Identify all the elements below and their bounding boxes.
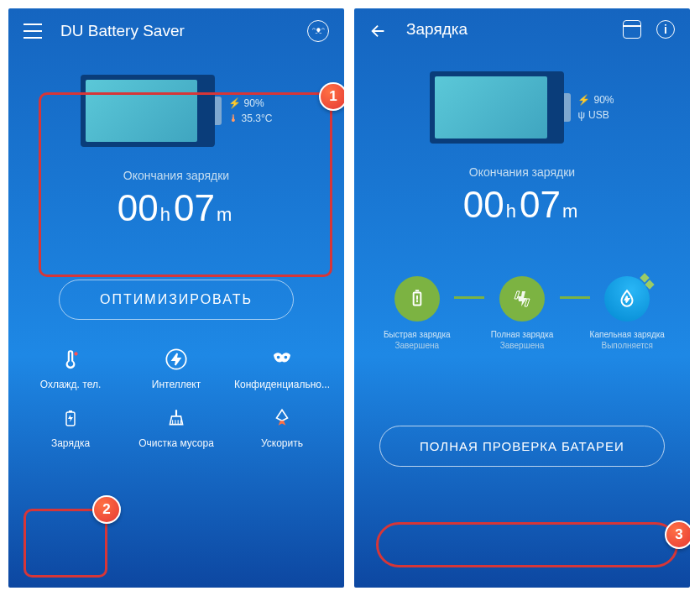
broom-icon [164, 405, 189, 431]
svg-point-0 [74, 352, 77, 355]
back-icon[interactable] [369, 22, 388, 37]
info-icon[interactable]: i [656, 20, 675, 39]
bolt-circle-icon [164, 347, 189, 372]
grid-charging[interactable]: Зарядка [20, 400, 121, 454]
bolt-icon: ⚡ [577, 94, 590, 106]
calendar-icon[interactable] [623, 20, 641, 39]
badge-3: 3 [665, 520, 690, 549]
grid-cooling[interactable]: Охлажд. тел. [20, 342, 121, 395]
topbar-home: DU Battery Saver ᵔᴥᵔ [8, 8, 344, 54]
grid-privacy[interactable]: Конфиденциально... [232, 342, 332, 395]
grid-cleanup[interactable]: Очистка мусора [126, 400, 227, 454]
screen-home: DU Battery Saver ᵔᴥᵔ ⚡90% 🌡35.3°C Оконча… [8, 8, 344, 588]
battery-icon-2 [430, 71, 564, 144]
charging-icon [58, 405, 83, 431]
fast-charge-icon [394, 276, 440, 322]
feature-grid: Охлажд. тел. Интеллект Конфиденциально..… [8, 320, 344, 454]
battery-summary[interactable]: ⚡90% 🌡35.3°C Окончания зарядки 00h07m [8, 75, 344, 229]
screen-title: Зарядка [406, 20, 623, 39]
optimize-button[interactable]: ОПТИМИЗИРОВАТЬ [59, 280, 294, 320]
app-title: DU Battery Saver [60, 22, 307, 40]
step-connector [560, 296, 590, 299]
step-full: Полная зарядка Завершена [484, 276, 559, 350]
badge-2: 2 [92, 495, 121, 524]
thermometer-icon [58, 347, 83, 372]
step-fast: Быстрая зарядка Завершена [379, 276, 454, 350]
charge-steps: Быстрая зарядка Завершена Полная зарядка… [354, 276, 690, 350]
screen-charging: Зарядка i ⚡90% ψ USB Окончания зарядки 0… [354, 8, 690, 588]
full-check-button[interactable]: ПОЛНАЯ ПРОВЕРКА БАТАРЕИ [379, 426, 665, 467]
charge-end-label: Окончания зарядки [8, 169, 344, 182]
full-charge-icon [499, 276, 545, 322]
menu-icon[interactable] [24, 24, 42, 39]
charge-end-label-2: Окончания зарядки [354, 165, 690, 179]
battery-stats-2: ⚡90% ψ USB [577, 91, 614, 124]
rocket-icon [269, 405, 295, 431]
bolt-icon: ⚡ [228, 97, 241, 109]
battery-stats: ⚡90% 🌡35.3°C [228, 94, 273, 128]
trickle-charge-icon [604, 276, 650, 322]
thermo-icon: 🌡 [228, 112, 238, 124]
topbar-charging: Зарядка i [354, 8, 690, 50]
battery-summary-2: ⚡90% ψ USB Окончания зарядки 00h07m [354, 71, 690, 226]
grid-boost[interactable]: Ускорить [232, 400, 332, 454]
bear-icon[interactable]: ᵔᴥᵔ [307, 20, 329, 42]
highlight-3 [376, 522, 678, 567]
battery-icon [81, 75, 215, 147]
time-remaining-2: 00h07m [354, 184, 690, 226]
step-connector [454, 296, 484, 299]
usb-icon: ψ [577, 109, 585, 121]
highlight-2 [24, 509, 107, 578]
grid-intellect[interactable]: Интеллект [126, 342, 227, 395]
step-trickle: Капельная зарядка Выполняется [590, 276, 665, 350]
mask-icon [269, 347, 295, 372]
time-remaining: 00h07m [8, 187, 344, 229]
